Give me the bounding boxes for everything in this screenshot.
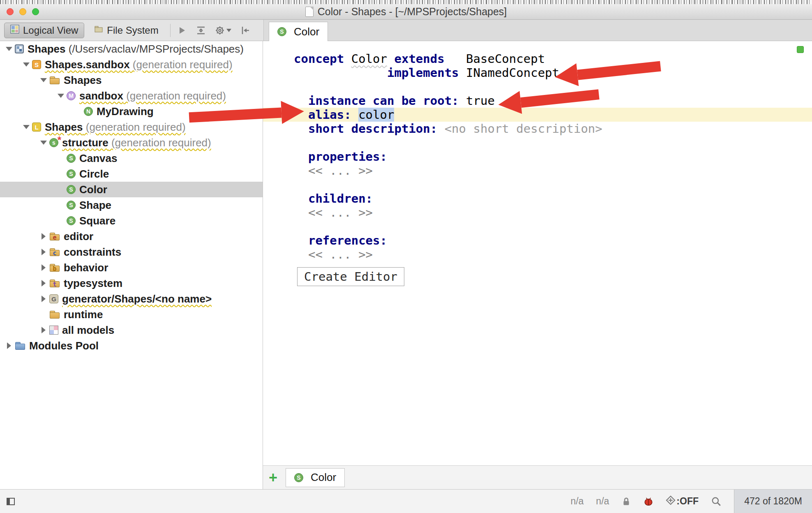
code-line-references-placeholder[interactable]: << ... >> <box>294 247 812 261</box>
tree-item-shapes[interactable]: Shapes <box>0 72 263 88</box>
tree-item-label: Shapes <box>45 121 83 134</box>
lock-icon[interactable] <box>621 497 631 506</box>
tree-item-suffix: (generation required) <box>130 58 233 71</box>
window-title: Color - Shapes - [~/MPSProjects/Shapes] <box>318 6 507 18</box>
structure-icon: s <box>49 138 58 147</box>
tree-item-label: MyDrawing <box>97 105 154 118</box>
code-line-children-placeholder[interactable]: << ... >> <box>294 206 812 220</box>
code-line-short-description[interactable]: short description: <no short description… <box>294 122 812 136</box>
expand-arrow-collapsed-icon[interactable] <box>3 342 15 349</box>
zoom-button[interactable] <box>32 8 39 15</box>
code-line-concept[interactable]: concept Color extends BaseConcept <box>294 52 812 66</box>
folder-b-icon: b <box>49 262 60 273</box>
play-icon[interactable] <box>177 25 187 35</box>
expand-arrow-expanded-icon[interactable] <box>21 125 32 129</box>
expand-arrow-collapsed-icon[interactable] <box>38 280 49 287</box>
add-tab-button[interactable]: + <box>269 470 277 485</box>
tree-item-suffix: (/Users/vaclav/MPSProjects/Shapes) <box>66 43 244 55</box>
code-line-references[interactable]: references: <box>294 233 812 247</box>
tree-item-runtime[interactable]: runtime <box>0 307 263 322</box>
tree-item-typesystem[interactable]: ttypesystem <box>0 275 263 291</box>
tree-item-square[interactable]: SSquare <box>0 213 263 229</box>
lang-l-icon: L <box>32 122 41 132</box>
tree-item-shape[interactable]: SShape <box>0 197 263 213</box>
code-line-properties[interactable]: properties: <box>294 150 812 164</box>
tree-item-circle[interactable]: SCircle <box>0 166 263 182</box>
tree-item-label: Canvas <box>79 152 118 165</box>
expand-arrow-expanded-icon[interactable] <box>55 94 67 98</box>
toolbar-separator <box>170 24 171 37</box>
bottom-tab-color[interactable]: S Color <box>286 468 345 487</box>
collapse-panel-icon[interactable] <box>240 25 250 35</box>
encoding-indicator: n/a <box>596 496 609 507</box>
settings-gear-icon[interactable] <box>215 25 231 35</box>
expand-arrow-expanded-icon[interactable] <box>21 62 32 67</box>
code-line-properties-placeholder[interactable]: << ... >> <box>294 164 812 178</box>
concept-icon: S <box>294 473 303 482</box>
title-area: Color - Shapes - [~/MPSProjects/Shapes] <box>0 6 812 18</box>
concept-icon: S <box>67 169 76 178</box>
expand-arrow-expanded-icon[interactable] <box>38 78 49 82</box>
concept-icon: S <box>67 185 76 194</box>
search-icon[interactable] <box>711 496 722 507</box>
tree-item-color[interactable]: SColor <box>0 182 263 197</box>
tree-item-shapes[interactable]: Shapes (/Users/vaclav/MPSProjects/Shapes… <box>0 41 263 57</box>
expand-arrow-collapsed-icon[interactable] <box>38 233 49 240</box>
titlebar: Color - Shapes - [~/MPSProjects/Shapes] <box>0 4 812 20</box>
expand-arrow-collapsed-icon[interactable] <box>38 249 49 255</box>
diamond-plus-icon <box>666 495 676 508</box>
document-icon <box>305 7 314 17</box>
project-icon <box>15 44 24 53</box>
tree-item-label: Shapes <box>64 74 102 87</box>
close-button[interactable] <box>7 8 14 15</box>
power-save-widget[interactable]: :OFF <box>666 495 699 508</box>
editor-tabstrip: S Color <box>263 20 812 41</box>
tree-item-label: Color <box>79 183 107 196</box>
tree-item-modules-pool[interactable]: Modules Pool <box>0 338 263 354</box>
tree-item-behavior[interactable]: bbehavior <box>0 260 263 275</box>
logical-view-icon <box>10 25 19 36</box>
tree-item-constraints[interactable]: cconstraints <box>0 244 263 260</box>
tree-item-all-models[interactable]: all models <box>0 322 263 338</box>
tree-item-editor[interactable]: eeditor <box>0 229 263 244</box>
tree-item-shapes-sandbox[interactable]: SShapes.sandbox (generation required) <box>0 57 263 72</box>
models-icon <box>49 326 58 335</box>
concept-icon: S <box>277 27 286 36</box>
logical-view-tab[interactable]: Logical View <box>4 23 84 38</box>
editor-tab-label: Color <box>294 25 319 38</box>
code-line-children[interactable]: children: <box>294 192 812 206</box>
expand-arrow-collapsed-icon[interactable] <box>38 296 49 302</box>
tree-item-sandbox[interactable]: Msandbox (generation required) <box>0 88 263 104</box>
tree-item-label: Shape <box>79 199 111 212</box>
minimize-button[interactable] <box>19 8 26 15</box>
tree-item-label: Shapes.sandbox <box>45 58 130 71</box>
expand-arrow-expanded-icon[interactable] <box>38 141 49 145</box>
window-controls <box>7 4 39 19</box>
expand-arrow-collapsed-icon[interactable] <box>38 327 49 333</box>
toggle-toolwindows-icon[interactable] <box>6 497 16 506</box>
expand-arrow-expanded-icon[interactable] <box>3 47 15 51</box>
tree-item-canvas[interactable]: SCanvas <box>0 150 263 166</box>
menu-bar-noise <box>0 0 812 4</box>
expand-arrow-collapsed-icon[interactable] <box>38 264 49 271</box>
create-editor-button[interactable]: Create Editor <box>297 267 404 286</box>
tree-item-label: structure <box>62 136 108 149</box>
arrow-head-left <box>497 91 522 116</box>
memory-indicator[interactable]: 472 of 1820M <box>734 490 812 513</box>
node-n-icon: N <box>84 107 93 116</box>
tree-item-generator-shapes-no-name[interactable]: Ggenerator/Shapes/<no name> <box>0 291 263 307</box>
hector-inspector-icon[interactable] <box>644 497 653 506</box>
file-system-tab[interactable]: File System <box>88 23 164 38</box>
file-system-icon <box>94 25 103 36</box>
tree-item-structure[interactable]: sstructure (generation required) <box>0 135 263 150</box>
tree-item-label: typesystem <box>64 277 122 290</box>
split-view-icon[interactable] <box>196 25 206 35</box>
mps-window: Color - Shapes - [~/MPSProjects/Shapes] … <box>0 0 812 513</box>
tree-item-suffix: (generation required) <box>123 90 226 102</box>
code-line-implements[interactable]: implements INamedConcept <box>294 66 812 80</box>
editor-tab-color[interactable]: S Color <box>269 22 328 41</box>
tree-item-suffix: (generation required) <box>108 136 211 149</box>
main-split: Shapes (/Users/vaclav/MPSProjects/Shapes… <box>0 41 812 489</box>
generator-icon: G <box>49 294 58 303</box>
tree-item-label: Circle <box>79 168 109 180</box>
